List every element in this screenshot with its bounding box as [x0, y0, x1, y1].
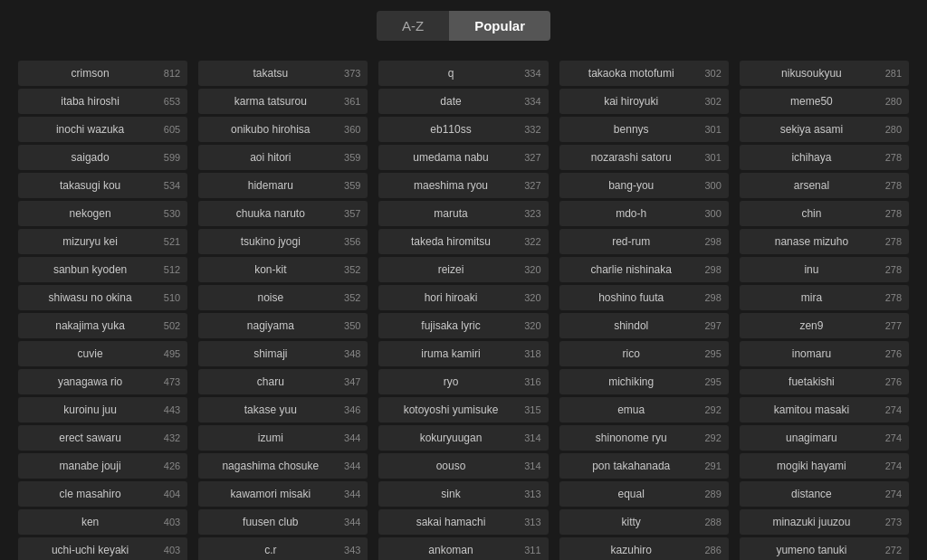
list-item[interactable]: fuusen club344 [198, 509, 368, 535]
list-item[interactable]: nekogen530 [18, 201, 187, 226]
tab-az[interactable]: A-Z [377, 11, 449, 41]
list-item[interactable]: yumeno tanuki272 [740, 537, 909, 560]
list-item[interactable]: distance274 [740, 481, 909, 507]
item-name: inomaru [747, 347, 876, 360]
list-item[interactable]: kon-kit352 [198, 257, 368, 282]
list-item[interactable]: mogiki hayami274 [740, 453, 909, 479]
list-item[interactable]: kokuryuugan314 [378, 425, 548, 451]
list-item[interactable]: c.r343 [198, 537, 368, 560]
list-item[interactable]: rico295 [559, 341, 729, 366]
list-item[interactable]: erect sawaru432 [18, 425, 187, 451]
list-item[interactable]: noise352 [198, 285, 368, 310]
list-item[interactable]: charlie nishinaka298 [559, 257, 729, 282]
item-count: 344 [335, 460, 360, 471]
list-item[interactable]: takatsu373 [198, 61, 368, 86]
list-item[interactable]: ken403 [18, 509, 187, 535]
list-item[interactable]: kuroinu juu443 [18, 397, 187, 422]
list-item[interactable]: maruta323 [378, 201, 548, 226]
list-item[interactable]: inochi wazuka605 [18, 117, 187, 142]
list-item[interactable]: takasugi kou534 [18, 173, 187, 198]
list-item[interactable]: sanbun kyoden512 [18, 257, 187, 282]
list-item[interactable]: tsukino jyogi356 [198, 229, 368, 254]
list-item[interactable]: kawamori misaki344 [198, 481, 368, 507]
list-item[interactable]: itaba hiroshi653 [18, 89, 187, 114]
item-name: cuvie [25, 347, 155, 360]
list-item[interactable]: zen9277 [740, 313, 909, 338]
list-item[interactable]: kitty288 [559, 509, 729, 535]
list-item[interactable]: mizuryu kei521 [18, 229, 187, 254]
list-item[interactable]: reizei320 [378, 257, 548, 282]
list-item[interactable]: mdo-h300 [559, 201, 729, 226]
list-item[interactable]: maeshima ryou327 [378, 173, 548, 198]
list-item[interactable]: nagiyama350 [198, 313, 368, 338]
list-item[interactable]: date334 [378, 89, 548, 114]
list-item[interactable]: inu278 [740, 257, 909, 282]
list-item[interactable]: eb110ss332 [378, 117, 548, 142]
tab-popular[interactable]: Popular [449, 11, 550, 41]
list-item[interactable]: takaoka motofumi302 [559, 61, 729, 86]
list-item[interactable]: hori hiroaki320 [378, 285, 548, 310]
list-item[interactable]: uchi-uchi keyaki403 [18, 537, 187, 560]
list-item[interactable]: takase yuu346 [198, 397, 368, 422]
list-item[interactable]: umedama nabu327 [378, 145, 548, 170]
list-item[interactable]: yanagawa rio473 [18, 369, 187, 394]
list-item[interactable]: izumi344 [198, 425, 368, 451]
list-item[interactable]: manabe jouji426 [18, 453, 187, 479]
list-item[interactable]: charu347 [198, 369, 368, 394]
list-item[interactable]: shiwasu no okina510 [18, 285, 187, 310]
list-item[interactable]: nagashima chosuke344 [198, 453, 368, 479]
item-count: 344 [335, 489, 360, 499]
list-item[interactable]: takeda hiromitsu322 [378, 229, 548, 254]
list-item[interactable]: crimson812 [18, 61, 187, 86]
list-item[interactable]: pon takahanada291 [559, 453, 729, 479]
item-count: 512 [155, 264, 180, 275]
list-item[interactable]: shimaji348 [198, 341, 368, 366]
list-item[interactable]: ankoman311 [378, 537, 548, 560]
list-item[interactable]: q334 [378, 61, 548, 86]
list-item[interactable]: fuetakishi276 [740, 369, 909, 394]
list-item[interactable]: sink313 [378, 481, 548, 507]
list-item[interactable]: unagimaru274 [740, 425, 909, 451]
list-item[interactable]: nikusoukyuu281 [740, 61, 909, 86]
item-count: 812 [155, 68, 180, 79]
list-item[interactable]: kamitou masaki274 [740, 397, 909, 422]
list-item[interactable]: nanase mizuho278 [740, 229, 909, 254]
list-item[interactable]: chin278 [740, 201, 909, 226]
list-item[interactable]: fujisaka lyric320 [378, 313, 548, 338]
list-item[interactable]: kazuhiro286 [559, 537, 729, 560]
list-item[interactable]: saigado599 [18, 145, 187, 170]
list-item[interactable]: aoi hitori359 [198, 145, 368, 170]
list-item[interactable]: chuuka naruto357 [198, 201, 368, 226]
list-item[interactable]: sakai hamachi313 [378, 509, 548, 535]
list-item[interactable]: bang-you300 [559, 173, 729, 198]
item-count: 276 [876, 348, 902, 359]
list-item[interactable]: minazuki juuzou273 [740, 509, 909, 535]
list-item[interactable]: cle masahiro404 [18, 481, 187, 507]
list-item[interactable]: nakajima yuka502 [18, 313, 187, 338]
list-item[interactable]: shinonome ryu292 [559, 425, 729, 451]
list-item[interactable]: arsenal278 [740, 173, 909, 198]
list-item[interactable]: meme50280 [740, 89, 909, 114]
list-item[interactable]: equal289 [559, 481, 729, 507]
list-item[interactable]: ichihaya278 [740, 145, 909, 170]
list-item[interactable]: shindol297 [559, 313, 729, 338]
list-item[interactable]: bennys301 [559, 117, 729, 142]
list-item[interactable]: oouso314 [378, 453, 548, 479]
list-item[interactable]: karma tatsurou361 [198, 89, 368, 114]
list-item[interactable]: iruma kamiri318 [378, 341, 548, 366]
list-item[interactable]: emua292 [559, 397, 729, 422]
list-item[interactable]: kai hiroyuki302 [559, 89, 729, 114]
list-item[interactable]: hoshino fuuta298 [559, 285, 729, 310]
list-item[interactable]: cuvie495 [18, 341, 187, 366]
list-item[interactable]: mira278 [740, 285, 909, 310]
list-item[interactable]: onikubo hirohisa360 [198, 117, 368, 142]
list-item[interactable]: kotoyoshi yumisuke315 [378, 397, 548, 422]
list-item[interactable]: red-rum298 [559, 229, 729, 254]
list-item[interactable]: inomaru276 [740, 341, 909, 366]
item-name: chin [747, 207, 876, 220]
list-item[interactable]: nozarashi satoru301 [559, 145, 729, 170]
list-item[interactable]: michiking295 [559, 369, 729, 394]
list-item[interactable]: sekiya asami280 [740, 117, 909, 142]
list-item[interactable]: hidemaru359 [198, 173, 368, 198]
list-item[interactable]: ryo316 [378, 369, 548, 394]
